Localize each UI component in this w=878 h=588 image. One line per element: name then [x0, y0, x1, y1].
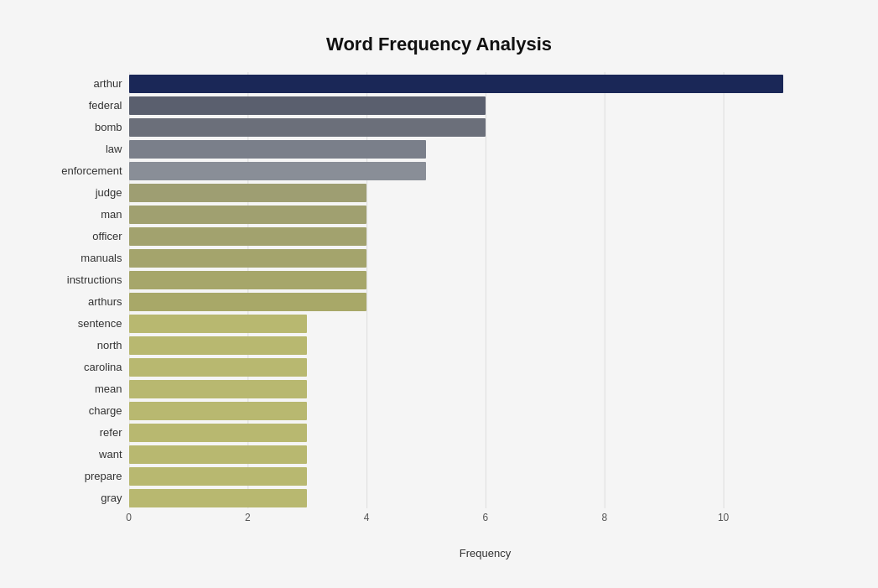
x-tick-8: 8	[601, 512, 607, 523]
bar-man	[129, 206, 367, 224]
bar-row-officer	[129, 225, 842, 247]
y-label-north: north	[97, 334, 122, 356]
bar-row-enforcement	[129, 159, 842, 181]
bar-row-mean	[129, 377, 842, 399]
bar-row-north	[129, 334, 842, 356]
bar-enforcement	[129, 162, 427, 180]
chart-area: arthurfederalbomblawenforcementjudgemano…	[37, 72, 842, 508]
bar-refer	[129, 424, 308, 442]
bar-row-prepare	[129, 465, 842, 487]
bar-row-law	[129, 138, 842, 159]
y-label-charge: charge	[89, 399, 122, 421]
x-axis-label: Frequency	[129, 547, 842, 559]
bar-north	[129, 336, 308, 355]
bar-law	[129, 140, 427, 159]
y-label-refer: refer	[100, 421, 122, 443]
y-label-judge: judge	[96, 181, 122, 203]
y-label-sentence: sentence	[78, 312, 122, 334]
bar-sentence	[129, 315, 308, 333]
bar-row-man	[129, 203, 842, 225]
x-tick-6: 6	[483, 512, 489, 523]
bars-area	[129, 72, 842, 508]
chart-container: Word Frequency Analysis arthurfederalbom…	[20, 17, 859, 588]
y-label-law: law	[106, 138, 122, 159]
bar-judge	[129, 184, 367, 202]
bar-charge	[129, 402, 308, 420]
y-label-bomb: bomb	[95, 116, 122, 138]
x-tick-4: 4	[364, 512, 370, 523]
y-label-enforcement: enforcement	[61, 159, 122, 181]
y-label-officer: officer	[92, 225, 122, 247]
bar-row-want	[129, 443, 842, 465]
bar-row-charge	[129, 399, 842, 421]
y-label-mean: mean	[95, 377, 122, 399]
bar-arthur	[129, 75, 783, 93]
chart-title: Word Frequency Analysis	[37, 34, 842, 55]
bar-row-manuals	[129, 247, 842, 268]
bar-federal	[129, 96, 486, 115]
y-label-instructions: instructions	[67, 268, 122, 290]
y-label-carolina: carolina	[84, 356, 122, 377]
y-label-arthur: arthur	[94, 72, 122, 94]
bar-row-gray	[129, 487, 842, 508]
bar-prepare	[129, 467, 308, 486]
bar-row-refer	[129, 421, 842, 443]
y-axis: arthurfederalbomblawenforcementjudgemano…	[37, 72, 129, 508]
bar-row-sentence	[129, 312, 842, 334]
y-label-want: want	[99, 443, 122, 465]
bar-carolina	[129, 358, 308, 377]
bar-instructions	[129, 271, 367, 289]
bar-bomb	[129, 118, 486, 137]
y-label-manuals: manuals	[81, 247, 122, 268]
x-tick-0: 0	[126, 512, 132, 523]
y-label-arthurs: arthurs	[88, 290, 122, 312]
y-label-federal: federal	[89, 94, 122, 116]
bar-row-carolina	[129, 356, 842, 377]
bar-officer	[129, 227, 367, 246]
bar-mean	[129, 380, 308, 398]
x-tick-2: 2	[245, 512, 251, 523]
bar-row-bomb	[129, 116, 842, 138]
bar-row-judge	[129, 181, 842, 203]
x-axis-area: 0246810	[129, 512, 783, 528]
bar-manuals	[129, 249, 367, 268]
y-label-gray: gray	[101, 487, 122, 508]
bar-row-instructions	[129, 268, 842, 290]
bar-row-federal	[129, 94, 842, 116]
x-tick-10: 10	[718, 512, 729, 523]
bar-want	[129, 445, 308, 464]
y-label-prepare: prepare	[85, 465, 122, 487]
bar-gray	[129, 489, 308, 507]
bar-arthurs	[129, 293, 367, 311]
y-label-man: man	[101, 203, 122, 225]
bar-row-arthurs	[129, 290, 842, 312]
bar-row-arthur	[129, 72, 842, 94]
